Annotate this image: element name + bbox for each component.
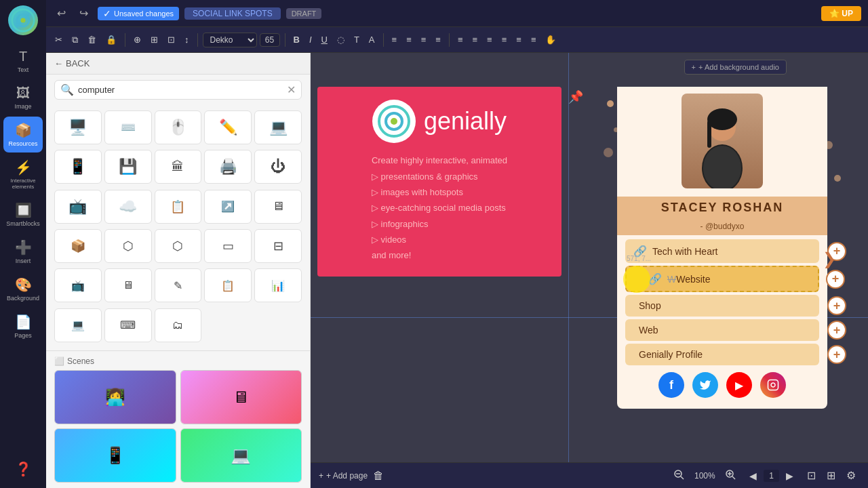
- icon-item[interactable]: 📊: [254, 268, 302, 302]
- icon-item[interactable]: ⌨️: [104, 110, 152, 144]
- sidebar-item-interactive[interactable]: ⚡ Interactive elements: [3, 154, 43, 195]
- copy-button[interactable]: ⧉: [68, 33, 81, 47]
- settings-view-button[interactable]: ⚙: [842, 467, 860, 484]
- scene-thumb-4[interactable]: 💻: [180, 428, 302, 483]
- project-name[interactable]: SOCIAL LINK SPOTS: [184, 7, 281, 20]
- sidebar-item-help[interactable]: ❓: [3, 455, 43, 483]
- twitter-button[interactable]: [692, 372, 718, 398]
- font-select[interactable]: Dekko: [203, 33, 257, 47]
- link-plus-3[interactable]: +: [827, 296, 846, 315]
- arrange-button[interactable]: ⊞: [147, 33, 161, 47]
- font-size-input[interactable]: [260, 33, 280, 47]
- icon-item[interactable]: ✎: [155, 268, 202, 302]
- align-center-button[interactable]: ≡: [403, 33, 415, 47]
- redo-button[interactable]: ↪: [75, 4, 92, 22]
- color-button[interactable]: ◌: [334, 33, 348, 47]
- icon-item[interactable]: 🖥️: [54, 110, 102, 144]
- underline-button[interactable]: U: [318, 33, 331, 47]
- text-color-button[interactable]: A: [366, 33, 378, 47]
- facebook-button[interactable]: f: [658, 372, 684, 398]
- link-item-shop[interactable]: Shop +: [625, 295, 819, 317]
- link-item-tech[interactable]: 🔗 Tech with Heart +: [625, 239, 819, 263]
- instagram-button[interactable]: [760, 372, 786, 398]
- icon-item[interactable]: ⬡: [104, 229, 152, 263]
- link-plus-5[interactable]: +: [827, 345, 846, 364]
- delete-page-button[interactable]: 🗑: [373, 470, 384, 482]
- icon-item[interactable]: 🗂: [155, 308, 202, 342]
- grid-view-button[interactable]: ⊞: [823, 467, 840, 484]
- outdent-button[interactable]: ≡: [498, 33, 511, 47]
- icon-item[interactable]: ☁️: [104, 190, 152, 224]
- icon-item[interactable]: 🖨️: [204, 150, 252, 184]
- italic-button[interactable]: I: [306, 33, 315, 47]
- scene-thumb-1[interactable]: 👩‍💻: [54, 370, 176, 424]
- icon-item[interactable]: 🏛: [155, 150, 202, 184]
- sidebar-item-image[interactable]: 🖼 Image: [3, 80, 43, 115]
- icon-item[interactable]: ⏻: [254, 150, 302, 184]
- clear-search-button[interactable]: ✕: [287, 83, 296, 96]
- sidebar-item-text[interactable]: T Text: [3, 43, 43, 79]
- icon-item[interactable]: 💻: [54, 308, 102, 342]
- bold-button[interactable]: B: [290, 33, 303, 47]
- sidebar-item-resources[interactable]: 📦 Resources: [3, 117, 43, 152]
- link-item-website[interactable]: 🔗 WWebsite 571, 7... +: [625, 266, 819, 292]
- superscript-button[interactable]: ≡: [513, 33, 525, 47]
- indent-button[interactable]: ≡: [484, 33, 496, 47]
- icon-item[interactable]: 📱: [54, 150, 102, 184]
- cut-button[interactable]: ✂: [52, 33, 66, 47]
- icon-item[interactable]: 🖥: [254, 190, 302, 224]
- align-left-button[interactable]: ≡: [389, 33, 401, 47]
- next-page-button[interactable]: ▶: [782, 469, 797, 483]
- align-justify-button[interactable]: ≡: [432, 33, 444, 47]
- add-page-button[interactable]: + + Add page: [319, 471, 368, 481]
- app-logo[interactable]: [8, 5, 38, 35]
- align-right-button[interactable]: ≡: [418, 33, 430, 47]
- sidebar-item-pages[interactable]: 📄 Pages: [3, 308, 43, 344]
- prev-page-button[interactable]: ◀: [745, 469, 761, 483]
- sidebar-item-insert[interactable]: ➕ Insert: [3, 234, 43, 270]
- search-input[interactable]: [78, 85, 283, 95]
- scene-thumb-3[interactable]: 📱: [54, 428, 176, 483]
- icon-item[interactable]: ▭: [204, 229, 252, 263]
- layers-button[interactable]: ⊕: [130, 33, 144, 47]
- add-audio-button[interactable]: + + Add background audio: [684, 60, 787, 75]
- link-item-genially[interactable]: Genially Profile +: [625, 344, 819, 365]
- position-button[interactable]: ⊡: [164, 33, 178, 47]
- undo-button[interactable]: ↩: [53, 4, 70, 22]
- icon-item[interactable]: 📦: [54, 229, 102, 263]
- zoom-in-button[interactable]: [721, 468, 740, 484]
- list-button[interactable]: ≡: [454, 33, 467, 47]
- link-item-web[interactable]: Web +: [625, 319, 819, 341]
- upgrade-button[interactable]: ⭐ UP: [821, 6, 861, 21]
- scene-thumb-2[interactable]: 🖥: [180, 370, 302, 424]
- zoom-out-button[interactable]: [669, 468, 688, 484]
- delete-button[interactable]: 🗑: [84, 33, 100, 47]
- icon-item[interactable]: 💾: [104, 150, 152, 184]
- icon-item[interactable]: ⬡: [155, 229, 202, 263]
- icon-item[interactable]: ↗️: [204, 190, 252, 224]
- icon-item[interactable]: 🖥: [104, 268, 152, 302]
- icon-item[interactable]: ⊟: [254, 229, 302, 263]
- icon-item[interactable]: ✏️: [204, 110, 252, 144]
- ordered-list-button[interactable]: ≡: [469, 33, 481, 47]
- fit-view-button[interactable]: ⊡: [803, 467, 820, 484]
- hand-tool-button[interactable]: ✋: [542, 33, 559, 47]
- icon-item[interactable]: 📺: [54, 268, 102, 302]
- strikethrough-button[interactable]: ≡: [528, 33, 540, 47]
- icon-item[interactable]: 💻: [254, 110, 302, 144]
- youtube-button[interactable]: ▶: [726, 372, 752, 398]
- icon-item[interactable]: 📋: [155, 190, 202, 224]
- link-plus-4[interactable]: +: [827, 321, 846, 340]
- text-style-button[interactable]: T: [351, 33, 363, 47]
- flip-button[interactable]: ↕: [181, 33, 193, 47]
- lock-button[interactable]: 🔒: [102, 33, 120, 47]
- icon-item[interactable]: 📺: [54, 190, 102, 224]
- social-card[interactable]: STACEY ROSHAN - @buddyxo 🔗 Tech with Hea…: [617, 87, 827, 409]
- genially-card[interactable]: genially Create highly interactive, anim…: [317, 87, 561, 277]
- icon-item[interactable]: 📋: [204, 268, 252, 302]
- link-plus-2[interactable]: +: [826, 270, 845, 289]
- sidebar-item-smartblocks[interactable]: 🔲 Smartblocks: [3, 197, 43, 232]
- icon-item[interactable]: 🖱️: [155, 110, 202, 144]
- back-button[interactable]: ← BACK: [54, 58, 90, 68]
- sidebar-item-background[interactable]: 🎨 Background: [3, 271, 43, 307]
